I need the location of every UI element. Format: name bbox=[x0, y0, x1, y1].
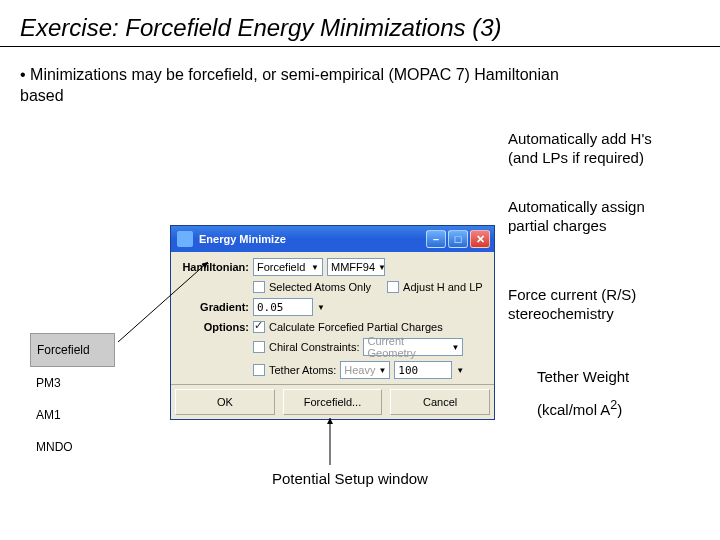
slide-title: Exercise: Forcefield Energy Minimization… bbox=[0, 0, 720, 47]
label-options: Options: bbox=[179, 321, 249, 333]
titlebar[interactable]: Energy Minimize – □ ✕ bbox=[171, 226, 494, 252]
chiral-value: Current Geometry bbox=[367, 335, 448, 359]
chevron-down-icon[interactable]: ▼ bbox=[317, 303, 325, 312]
list-item-pm3[interactable]: PM3 bbox=[30, 367, 115, 399]
chevron-down-icon: ▼ bbox=[311, 263, 319, 272]
annot-tether: Tether Weight bbox=[537, 368, 629, 387]
list-item-am1[interactable]: AM1 bbox=[30, 399, 115, 431]
adjust-h-checkbox[interactable] bbox=[387, 281, 399, 293]
chevron-down-icon: ▼ bbox=[378, 366, 386, 375]
tether-weight-input[interactable]: 100 bbox=[394, 361, 452, 379]
selected-atoms-label: Selected Atoms Only bbox=[269, 281, 371, 293]
tether-select[interactable]: Heavy▼ bbox=[340, 361, 390, 379]
tether-value: Heavy bbox=[344, 364, 375, 376]
forcefield-button[interactable]: Forcefield... bbox=[283, 389, 383, 415]
maximize-button[interactable]: □ bbox=[448, 230, 468, 248]
list-item-forcefield[interactable]: Forcefield bbox=[30, 333, 115, 367]
calc-partial-checkbox[interactable] bbox=[253, 321, 265, 333]
chiral-select[interactable]: Current Geometry▼ bbox=[363, 338, 463, 356]
annot-add-h: Automatically add H's (and LPs if requir… bbox=[508, 130, 652, 168]
cancel-button[interactable]: Cancel bbox=[390, 389, 490, 415]
unit-pre: (kcal/mol A bbox=[537, 401, 610, 418]
ff-sub-value: MMFF94 bbox=[331, 261, 375, 273]
chevron-down-icon[interactable]: ▼ bbox=[456, 366, 464, 375]
annot-unit: (kcal/mol A2) bbox=[537, 398, 622, 420]
chiral-label: Chiral Constraints: bbox=[269, 341, 359, 353]
window-title: Energy Minimize bbox=[199, 233, 286, 245]
ok-button[interactable]: OK bbox=[175, 389, 275, 415]
annot-partial: Automatically assign partial charges bbox=[508, 198, 645, 236]
minimize-button[interactable]: – bbox=[426, 230, 446, 248]
gradient-input[interactable]: 0.05 bbox=[253, 298, 313, 316]
chevron-down-icon: ▼ bbox=[378, 263, 386, 272]
forcefield-type-select[interactable]: MMFF94▼ bbox=[327, 258, 385, 276]
list-item-mndo[interactable]: MNDO bbox=[30, 431, 115, 463]
annot-stereo: Force current (R/S) stereochemistry bbox=[508, 286, 636, 324]
hamiltonian-dropdown-list: Forcefield PM3 AM1 MNDO bbox=[30, 333, 115, 463]
label-hamiltonian: Hamiltonian: bbox=[179, 261, 249, 273]
hamiltonian-value: Forcefield bbox=[257, 261, 305, 273]
close-button[interactable]: ✕ bbox=[470, 230, 490, 248]
app-icon bbox=[177, 231, 193, 247]
selected-atoms-checkbox[interactable] bbox=[253, 281, 265, 293]
chiral-checkbox[interactable] bbox=[253, 341, 265, 353]
chevron-down-icon: ▼ bbox=[452, 343, 460, 352]
adjust-h-label: Adjust H and LP bbox=[403, 281, 483, 293]
caption-potential: Potential Setup window bbox=[272, 470, 428, 487]
unit-post: ) bbox=[617, 401, 622, 418]
tether-checkbox[interactable] bbox=[253, 364, 265, 376]
tether-label: Tether Atoms: bbox=[269, 364, 336, 376]
energy-minimize-dialog: Energy Minimize – □ ✕ Hamiltonian: Force… bbox=[170, 225, 495, 420]
label-gradient: Gradient: bbox=[179, 301, 249, 313]
slide-bullet: • Minimizations may be forcefield, or se… bbox=[0, 47, 560, 107]
calc-partial-label: Calculate Forcefied Partial Charges bbox=[269, 321, 443, 333]
hamiltonian-select[interactable]: Forcefield▼ bbox=[253, 258, 323, 276]
